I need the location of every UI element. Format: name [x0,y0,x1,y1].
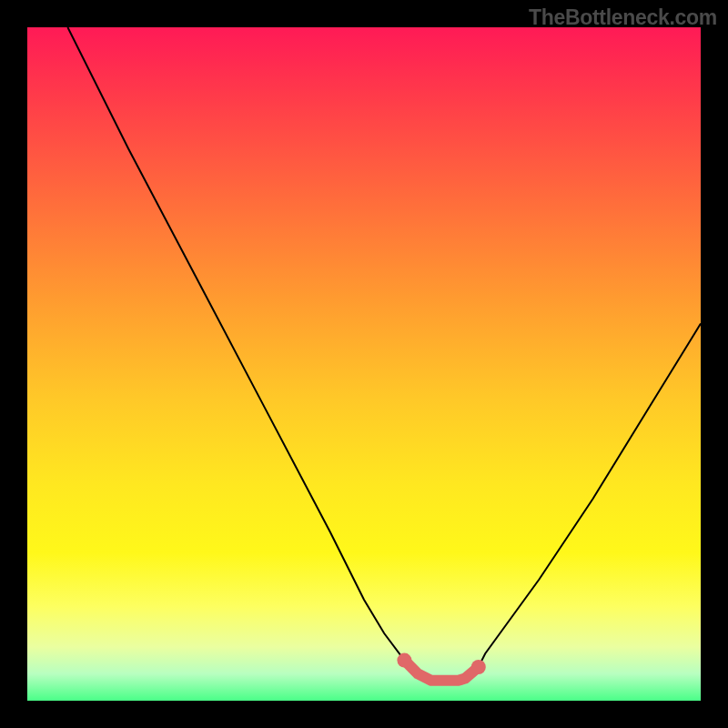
marker-layer [397,653,485,681]
plot-area [27,27,701,701]
bottleneck-curve-svg [27,27,701,701]
watermark-text: TheBottleneck.com [529,5,717,30]
sweet-spot-endpoint [397,653,411,668]
chart-frame: TheBottleneck.com [0,0,728,728]
bottleneck-curve-path [67,27,701,681]
sweet-spot-band [404,661,478,681]
sweet-spot-endpoint [471,660,486,674]
curve-layer [67,27,701,681]
